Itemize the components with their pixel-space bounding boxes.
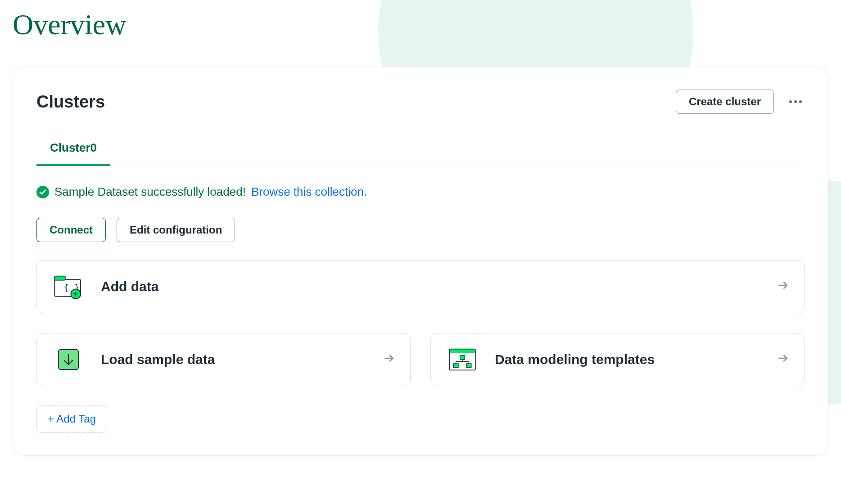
load-sample-data-card[interactable]: Load sample data	[36, 333, 411, 386]
arrow-right-icon	[383, 352, 395, 367]
svg-rect-1	[54, 276, 65, 280]
card-header: Clusters Create cluster	[36, 90, 805, 114]
browse-collection-link[interactable]: Browse this collection.	[251, 185, 367, 199]
templates-label: Data modeling templates	[495, 352, 761, 367]
status-message: Sample Dataset successfully loaded!	[54, 185, 246, 199]
connect-button[interactable]: Connect	[36, 218, 106, 242]
tab-cluster0[interactable]: Cluster0	[36, 141, 110, 166]
svg-rect-12	[460, 356, 465, 360]
cluster-action-buttons: Connect Edit configuration	[36, 218, 805, 242]
add-data-label: Add data	[101, 279, 761, 294]
clusters-card: Clusters Create cluster Cluster0 Sample …	[13, 67, 828, 456]
clusters-heading: Clusters	[36, 92, 105, 112]
arrow-right-icon	[777, 279, 789, 294]
arrow-right-icon	[777, 352, 789, 367]
templates-hierarchy-icon	[446, 346, 479, 373]
load-sample-label: Load sample data	[101, 352, 367, 367]
add-data-folder-icon: { }	[52, 273, 85, 300]
add-data-card[interactable]: { } Add data	[36, 260, 805, 313]
edit-configuration-button[interactable]: Edit configuration	[117, 218, 235, 242]
create-cluster-button[interactable]: Create cluster	[676, 90, 774, 114]
svg-rect-13	[453, 364, 458, 368]
status-row: Sample Dataset successfully loaded! Brow…	[36, 185, 805, 199]
svg-rect-14	[466, 364, 471, 368]
add-tag-button[interactable]: + Add Tag	[36, 405, 107, 433]
svg-rect-10	[449, 349, 475, 353]
header-actions: Create cluster	[676, 90, 805, 114]
more-options-icon[interactable]	[787, 98, 805, 106]
cluster-tabs: Cluster0	[36, 141, 805, 166]
page-title: Overview	[13, 8, 841, 41]
data-modeling-templates-card[interactable]: Data modeling templates	[430, 333, 805, 386]
success-check-icon	[36, 186, 49, 198]
download-icon	[52, 346, 85, 373]
